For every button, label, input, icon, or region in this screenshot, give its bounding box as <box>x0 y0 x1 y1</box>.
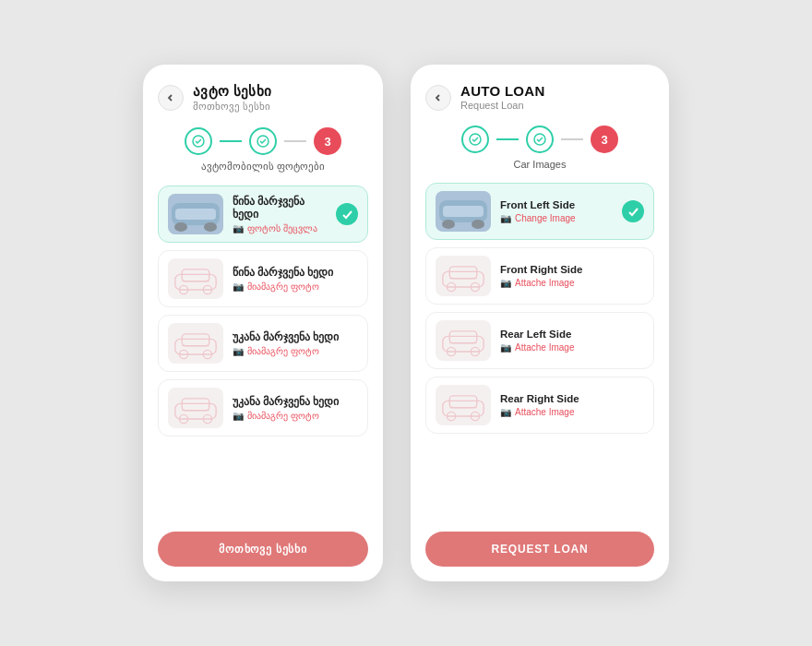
right-image-label-3: Rear Right Side <box>500 393 644 404</box>
camera-icon-0: 📷 <box>233 223 244 233</box>
right-image-label-2: Rear Left Side <box>500 329 644 340</box>
svg-rect-39 <box>443 401 484 416</box>
right-image-info-3: Rear Right Side 📷 Attache Image <box>500 393 644 417</box>
left-phone: ავტო სესხი მოთხოვე სესხი 3 ავტომობილის ფ… <box>143 65 383 581</box>
svg-rect-34 <box>443 336 484 352</box>
right-image-action-3[interactable]: 📷 Attache Image <box>500 407 644 417</box>
left-image-info-0: წინა მარჯვენა ხედი 📷 ფოტოს შეცვლა <box>233 195 327 233</box>
left-image-item-3[interactable]: უკანა მარჯვენა ხედი 📷 მიამაგრე ფოტო <box>158 379 368 437</box>
right-image-action-0[interactable]: 📷 Change Image <box>500 213 613 223</box>
left-header: ავტო სესხი მოთხოვე სესხი <box>158 83 368 113</box>
left-step-1 <box>185 127 212 155</box>
left-back-button[interactable] <box>158 85 184 111</box>
svg-rect-12 <box>175 339 216 354</box>
right-step-line-2 <box>561 138 583 140</box>
left-image-action-1[interactable]: 📷 მიამაგრე ფოტო <box>233 281 358 292</box>
svg-point-6 <box>204 222 217 232</box>
right-header-text: AUTO LOAN Request Loan <box>460 83 545 111</box>
right-thumb-3 <box>436 385 491 425</box>
right-steps-label: Car Images <box>425 159 654 170</box>
right-image-item-2[interactable]: Rear Left Side 📷 Attache Image <box>425 312 654 369</box>
left-step-2 <box>249 127 277 155</box>
svg-rect-4 <box>175 209 216 220</box>
left-step-line-2 <box>284 140 306 142</box>
left-image-item-0[interactable]: წინა მარჯვენა ხედი 📷 ფოტოს შეცვლა <box>158 185 368 243</box>
svg-point-28 <box>472 220 484 229</box>
svg-point-27 <box>442 220 455 229</box>
camera-icon-r3: 📷 <box>500 407 511 417</box>
right-step-3: 3 <box>591 126 618 153</box>
left-image-label-0: წინა მარჯვენა ხედი <box>233 195 327 221</box>
left-subtitle: მოთხოვე სესხი <box>193 101 271 113</box>
svg-rect-18 <box>182 399 209 411</box>
left-thumb-2 <box>168 323 223 364</box>
left-bottom-button[interactable]: მოთხოვე სესხი <box>158 532 368 567</box>
left-image-action-3[interactable]: 📷 მიამაგრე ფოტო <box>233 411 358 421</box>
right-image-info-2: Rear Left Side 📷 Attache Image <box>500 329 644 353</box>
right-image-list: Front Left Side 📷 Change Image <box>425 183 654 520</box>
left-thumb-1 <box>168 258 223 299</box>
svg-rect-29 <box>443 271 484 287</box>
right-back-button[interactable] <box>425 85 451 111</box>
left-title: ავტო სესხი <box>193 83 271 100</box>
camera-icon-3: 📷 <box>233 411 244 421</box>
right-phone: AUTO LOAN Request Loan 3 Car Images <box>411 65 669 581</box>
left-steps-label: ავტომობილის ფოტოები <box>158 161 368 173</box>
right-step-line-1 <box>496 138 519 140</box>
right-image-item-1[interactable]: Front Right Side 📷 Attache Image <box>425 247 654 305</box>
svg-point-5 <box>174 222 187 232</box>
right-title: AUTO LOAN <box>460 83 545 99</box>
left-image-item-1[interactable]: წინა მარჯვენა ხედი 📷 მიამაგრე ფოტო <box>158 250 368 307</box>
camera-icon-1: 📷 <box>233 281 244 292</box>
left-image-action-2[interactable]: 📷 მიამაგრე ფოტო <box>233 346 358 356</box>
svg-rect-13 <box>182 334 209 346</box>
left-image-info-3: უკანა მარჯვენა ხედი 📷 მიამაგრე ფოტო <box>233 395 358 421</box>
left-image-label-1: წინა მარჯვენა ხედი <box>233 266 358 279</box>
left-thumb-3 <box>168 388 223 428</box>
right-image-label-0: Front Left Side <box>500 199 613 210</box>
left-step-line-1 <box>220 140 242 142</box>
right-thumb-1 <box>436 256 491 296</box>
left-image-item-2[interactable]: უკანა მარჯვენა ხედი 📷 მიამაგრე ფოტო <box>158 315 368 372</box>
svg-rect-26 <box>443 206 484 217</box>
right-image-info-0: Front Left Side 📷 Change Image <box>500 199 613 223</box>
camera-icon-r0: 📷 <box>500 213 511 223</box>
right-image-label-1: Front Right Side <box>500 264 644 275</box>
right-image-info-1: Front Right Side 📷 Attache Image <box>500 264 644 288</box>
svg-rect-35 <box>449 331 477 343</box>
svg-rect-17 <box>175 403 216 419</box>
right-image-action-2[interactable]: 📷 Attache Image <box>500 342 644 353</box>
left-header-text: ავტო სესხი მოთხოვე სესხი <box>193 83 271 113</box>
right-step-1 <box>461 126 489 153</box>
left-image-label-2: უკანა მარჯვენა ხედი <box>233 330 358 343</box>
left-image-info-1: წინა მარჯვენა ხედი 📷 მიამაგრე ფოტო <box>233 266 358 292</box>
right-subtitle: Request Loan <box>460 100 545 111</box>
right-steps: 3 <box>425 126 654 153</box>
right-image-action-1[interactable]: 📷 Attache Image <box>500 278 644 288</box>
svg-rect-8 <box>182 269 209 281</box>
left-steps: 3 <box>158 127 368 155</box>
right-thumb-2 <box>436 320 491 361</box>
left-image-label-3: უკანა მარჯვენა ხედი <box>233 395 358 408</box>
left-image-info-2: უკანა მარჯვენა ხედი 📷 მიამაგრე ფოტო <box>233 330 358 356</box>
camera-icon-r2: 📷 <box>500 342 511 353</box>
right-image-item-0[interactable]: Front Left Side 📷 Change Image <box>425 183 654 240</box>
svg-rect-7 <box>175 274 216 290</box>
svg-rect-30 <box>449 267 477 279</box>
right-step-2 <box>526 126 554 153</box>
left-step-3: 3 <box>314 127 341 155</box>
right-bottom-button[interactable]: REQUEST LOAN <box>425 532 654 567</box>
right-thumb-0 <box>436 191 491 232</box>
right-check-badge-0 <box>622 200 644 222</box>
right-image-item-3[interactable]: Rear Right Side 📷 Attache Image <box>425 377 654 434</box>
svg-rect-40 <box>449 396 477 408</box>
camera-icon-2: 📷 <box>233 346 244 356</box>
right-header: AUTO LOAN Request Loan <box>425 83 654 111</box>
left-thumb-0 <box>168 194 223 234</box>
camera-icon-r1: 📷 <box>500 278 511 288</box>
left-image-action-0[interactable]: 📷 ფოტოს შეცვლა <box>233 223 327 233</box>
left-check-badge-0 <box>336 203 358 225</box>
left-image-list: წინა მარჯვენა ხედი 📷 ფოტოს შეცვლა <box>158 185 368 520</box>
